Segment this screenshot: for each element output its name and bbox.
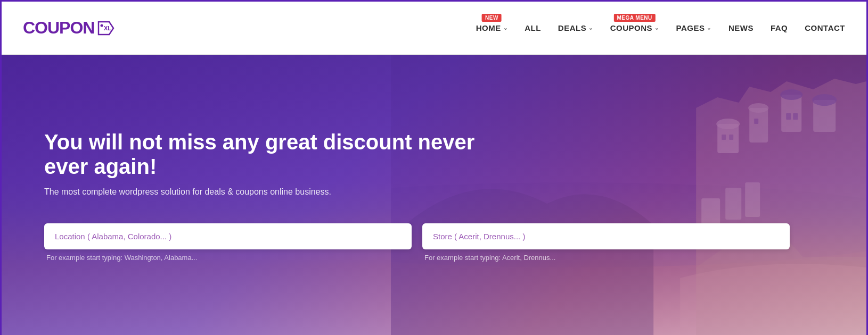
chevron-icon-deals: ⌄ xyxy=(588,25,593,31)
chevron-icon-coupons: ⌄ xyxy=(654,25,659,31)
nav-link-contact[interactable]: CONTACT xyxy=(805,23,845,32)
chevron-icon-pages: ⌄ xyxy=(707,25,711,31)
nav-item-deals[interactable]: DEALS ⌄ xyxy=(558,23,593,32)
location-input[interactable] xyxy=(44,223,412,249)
nav-link-pages[interactable]: PAGES ⌄ xyxy=(676,23,711,32)
nav-item-home[interactable]: NEW HOME ⌄ xyxy=(476,23,508,32)
nav-item-coupons[interactable]: MEGA MENU COUPONS ⌄ xyxy=(610,23,659,32)
hero-content: You will not miss any great discount nev… xyxy=(44,130,824,262)
nav-link-faq[interactable]: FAQ xyxy=(771,23,788,32)
header: COUPON XL NEW HOME ⌄ ALL DEALS xyxy=(2,2,866,55)
nav-link-deals[interactable]: DEALS ⌄ xyxy=(558,23,593,32)
nav-badge-coupons: MEGA MENU xyxy=(613,14,655,22)
nav-link-coupons[interactable]: COUPONS ⌄ xyxy=(610,23,659,32)
nav-item-contact[interactable]: CONTACT xyxy=(805,23,845,32)
logo[interactable]: COUPON XL xyxy=(23,18,116,38)
store-hint: For example start typing: Acerit, Drennu… xyxy=(422,254,790,262)
nav-link-all[interactable]: ALL xyxy=(525,23,541,32)
nav-item-faq[interactable]: FAQ xyxy=(771,23,788,32)
store-input[interactable] xyxy=(422,223,790,249)
chevron-icon-home: ⌄ xyxy=(503,25,508,31)
svg-point-0 xyxy=(101,24,103,27)
nav-link-home[interactable]: HOME ⌄ xyxy=(476,23,508,32)
svg-text:XL: XL xyxy=(104,25,111,31)
logo-xl-icon: XL xyxy=(96,19,116,38)
nav-item-news[interactable]: NEWS xyxy=(728,23,754,32)
hero-subtitle: The most complete wordpress solution for… xyxy=(44,187,824,197)
hero-title: You will not miss any great discount nev… xyxy=(44,130,523,179)
nav-item-all[interactable]: ALL xyxy=(525,23,541,32)
main-nav: NEW HOME ⌄ ALL DEALS ⌄ MEGA MENU COUPONS xyxy=(476,23,845,32)
store-search-group: For example start typing: Acerit, Drennu… xyxy=(422,223,790,262)
nav-item-pages[interactable]: PAGES ⌄ xyxy=(676,23,711,32)
hero-section: You will not miss any great discount nev… xyxy=(2,55,866,335)
logo-coupon-text: COUPON xyxy=(23,18,94,38)
location-hint: For example start typing: Washington, Al… xyxy=(44,254,412,262)
nav-badge-home: NEW xyxy=(482,14,502,22)
hero-search: For example start typing: Washington, Al… xyxy=(44,223,790,262)
nav-link-news[interactable]: NEWS xyxy=(728,23,754,32)
location-search-group: For example start typing: Washington, Al… xyxy=(44,223,412,262)
